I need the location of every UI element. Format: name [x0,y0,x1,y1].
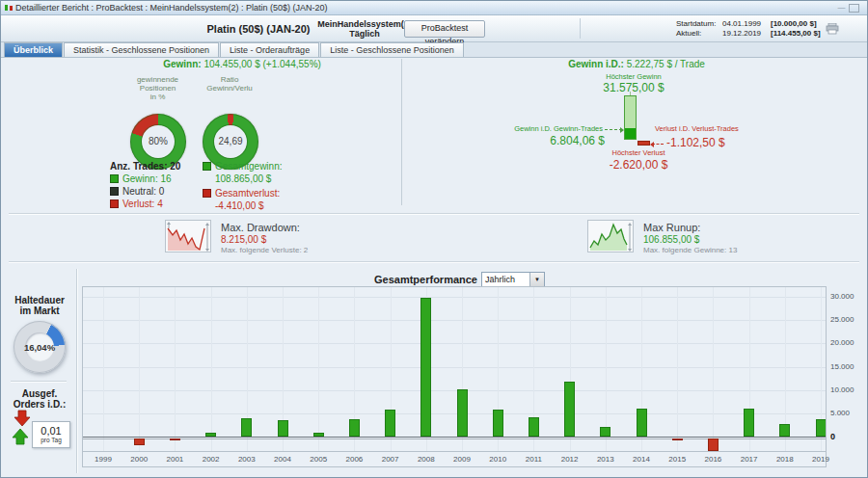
gewinn-value: 104.455,00 $ (+1.044,55%) [203,59,320,69]
start-date-label: Startdatum: [676,19,722,29]
report-header: Platin (50$) (JAN-20) MeinHandelssystem(… [1,15,867,42]
y-tick-label: 25.000 [830,315,854,324]
performance-y-axis: 05.00010.00015.00020.00025.00030.000 [830,286,865,456]
green-square-icon [203,162,211,171]
window-title: Detaillierter Bericht : ProBacktest : Me… [15,3,328,13]
gewinn-id-label: Gewinn i.D.: [568,59,624,69]
h-gridline [83,343,826,344]
edit-backtest-button[interactable]: ProBacktest verändern [404,20,485,38]
performance-bar-2006 [349,419,360,437]
x-tick-label: 2010 [480,455,515,464]
performance-bar-2016 [708,438,719,451]
red-square-icon [110,199,119,208]
restore-icon[interactable] [849,4,859,13]
tab-ueberblick[interactable]: Überblick [4,42,63,57]
gewinn-id-value: 5.222,75 $ / Trade [627,59,705,69]
performance-bar-2013 [600,427,610,437]
detailed-report-window: Detaillierter Bericht : ProBacktest : Me… [0,0,868,478]
gesamtgewinn-row: Gesamtgewinn: [203,162,282,172]
down-arrow-icon [14,410,31,427]
start-date-value: 04.01.1999 [722,19,771,29]
up-arrow-icon [12,428,29,445]
y-tick-label: 5.000 [830,409,850,417]
section-divider [9,213,859,214]
v-gridline [139,287,140,451]
gesamtverlust-label: Gesamtverlust: [215,188,280,199]
max-drawdown-value: 8.215,00 $ [221,234,266,245]
current-capital-value: [114.455,00 $] [771,29,821,39]
haltedauer-gauge: 16,04% [14,321,66,373]
h-gridline [83,390,826,391]
y-tick-label: 30.000 [830,292,854,301]
x-tick-label: 2017 [732,455,767,464]
avg-gewinn-value: 6.804,06 $ [479,134,605,147]
performance-bar-2004 [278,420,288,437]
performance-x-axis: 1999200020012002200320042005200620072008… [83,452,826,467]
tab-liste-orderauftraege[interactable]: Liste - Orderaufträge [220,42,319,57]
x-tick-label: 2004 [265,455,300,464]
avg-gewinn-segment [625,128,636,139]
x-tick-label: 2009 [445,455,479,464]
tab-liste-geschlossene-positionen[interactable]: Liste - Geschlossene Positionen [320,42,464,57]
x-tick-label: 2011 [516,455,551,464]
y-tick-label: 10.000 [830,385,854,394]
period-dropdown-value: Jährlich [485,275,515,284]
x-tick-label: 2008 [409,455,444,464]
stats-vertical-divider [401,59,402,205]
performance-bar-2011 [529,417,539,437]
x-tick-label: 2014 [624,455,659,464]
minimize-icon[interactable]: — [837,4,846,12]
sidebar-divider [11,381,67,382]
system-timeframe: Täglich [316,29,413,39]
date-summary: Startdatum: 04.01.1999 [10.000,00 $] Akt… [676,19,821,39]
performance-bar-2012 [564,382,575,437]
header-divider [580,18,581,39]
x-tick-label: 2005 [301,455,336,464]
performance-title: Gesamtperformance [348,274,477,285]
start-capital-value: [10.000,00 $] [771,19,817,29]
x-tick-label: 2013 [588,455,623,464]
current-date-label: Aktuell: [676,29,722,39]
tab-statistik-geschlossene-positionen[interactable]: Statistik - Geschlossene Positionen [64,42,219,57]
hoechster-verlust-value: -2.620,00 $ [576,158,701,172]
period-dropdown[interactable]: Jährlich ▼ [481,272,545,287]
legend-item-gewinn: Gewinn: 16 [110,174,172,184]
green-square-icon [110,174,119,183]
performance-bar-2014 [637,409,647,437]
x-tick-label: 2019 [803,455,838,464]
gesamtgewinn-label: Gesamtgewinn: [215,161,282,172]
performance-bar-2015 [672,438,683,440]
hoechster-verlust-label: Höchster Verlust [585,149,692,157]
performance-bar-2009 [457,389,468,437]
legend-gewinn-label: Gewinn: 16 [122,173,172,184]
profit-stats-panel: Gewinn: 104.455,00 $ (+1.044,55%) gewinn… [83,57,401,209]
x-tick-label: 2000 [122,455,156,464]
gewinn-id-summary: Gewinn i.D.: 5.222,75 $ / Trade [406,59,867,69]
avg-verlust-value: -1.102,50 $ [666,136,782,149]
chevron-down-icon[interactable]: ▼ [529,273,544,286]
orders-unit: pro Tag [33,437,69,443]
current-date-value: 19.12.2019 [722,29,771,39]
haltedauer-value: 16,04% [14,342,66,353]
dark-square-icon [110,187,119,196]
orders-value: 0,01 [33,425,69,437]
performance-bar-2003 [241,418,252,437]
max-drawdown-label: Max. Drawdown: [221,222,300,233]
window-titlebar: Detaillierter Bericht : ProBacktest : Me… [1,1,867,15]
runup-sparkline-icon [587,220,634,252]
max-runup-sub: Max. folgende Gewinne: 13 [643,246,737,254]
x-tick-label: 2001 [157,455,192,464]
orders-title: Ausgef. Orders i.D.: [3,388,76,410]
hoechster-gewinn-value: 31.575,00 $ [571,81,696,94]
system-block: MeinHandelssystem(2) Täglich [316,19,413,39]
performance-bar-2017 [744,409,754,437]
gewinn-label: Gewinn: [163,59,201,69]
x-tick-label: 2006 [337,455,371,464]
legend-item-neutral: Neutral: 0 [110,187,164,197]
print-icon[interactable] [826,23,839,35]
x-tick-label: 2018 [768,455,802,464]
hoechster-gewinn-label: Höchster Gewinn [585,73,682,81]
performance-bar-2001 [170,438,180,440]
v-gridline [677,287,678,451]
performance-plot [83,287,826,452]
